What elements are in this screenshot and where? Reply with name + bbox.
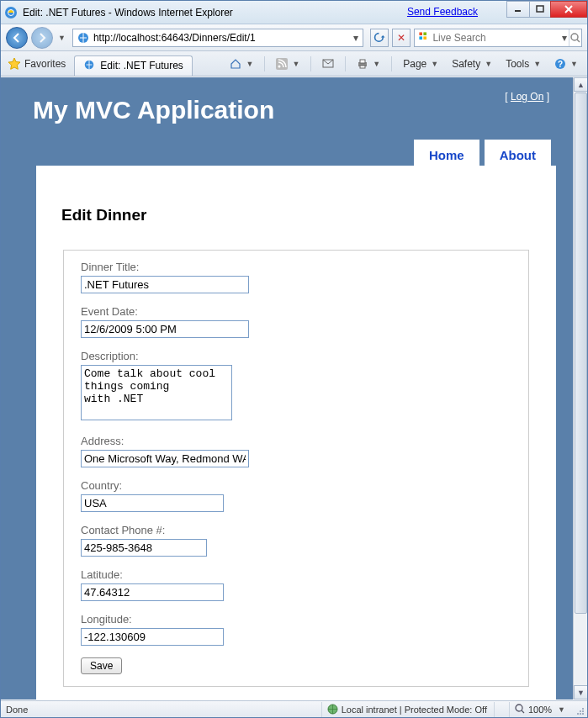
scroll-thumb[interactable] (575, 92, 587, 614)
safety-menu-label: Safety (452, 58, 480, 70)
safety-menu[interactable]: Safety ▼ (446, 55, 498, 73)
latitude-input[interactable] (81, 583, 224, 601)
tools-menu-label: Tools (506, 58, 529, 70)
date-label: Event Date: (81, 305, 511, 318)
statusbar: Done Local intranet | Protected Mode: Of… (1, 700, 587, 717)
svg-rect-6 (419, 32, 422, 35)
url-dropdown-icon[interactable]: ▾ (349, 32, 363, 44)
dinner-form: Dinner Title: Event Date: Description: C… (63, 250, 529, 687)
zoom-control[interactable]: 100% ▼ (509, 702, 570, 717)
page-menu-label: Page (403, 58, 426, 70)
svg-point-24 (582, 713, 584, 715)
page-favicon-icon (77, 31, 90, 45)
svg-point-22 (516, 705, 522, 711)
favorites-star-icon[interactable] (8, 57, 21, 71)
latitude-label: Latitude: (81, 568, 511, 581)
bracket: ] (543, 91, 549, 103)
feeds-button[interactable]: ▼ (270, 55, 305, 73)
page-content: [ Log On ] My MVC Application Home About… (18, 77, 556, 700)
chevron-down-icon: ▼ (431, 60, 438, 68)
mail-button[interactable] (316, 55, 340, 72)
search-provider-icon (418, 31, 427, 45)
stop-button[interactable]: ✕ (392, 29, 411, 47)
zone-label: Local intranet | Protected Mode: Off (342, 705, 487, 715)
chevron-down-icon: ▼ (373, 60, 380, 68)
forward-button[interactable] (31, 27, 53, 49)
print-button[interactable]: ▼ (351, 55, 386, 73)
tab-title: Edit: .NET Futures (100, 60, 183, 71)
search-input[interactable] (431, 31, 560, 45)
send-feedback-link[interactable]: Send Feedback (407, 6, 478, 18)
separator (264, 56, 265, 71)
status-zone[interactable]: Local intranet | Protected Mode: Off (321, 702, 492, 717)
minimize-button[interactable] (506, 1, 530, 18)
svg-text:?: ? (558, 60, 563, 69)
svg-rect-3 (537, 6, 543, 12)
svg-point-26 (577, 713, 579, 715)
title-input[interactable] (81, 276, 249, 293)
separator (391, 56, 392, 71)
date-input[interactable] (81, 320, 249, 338)
window-title: Edit: .NET Futures - Windows Internet Ex… (23, 7, 233, 18)
app-title: My MVC Application (18, 77, 556, 140)
scroll-down-button[interactable]: ▼ (574, 685, 587, 700)
save-button[interactable]: Save (81, 657, 122, 674)
country-label: Country: (81, 479, 511, 492)
scrollbar[interactable]: ▲ ▼ (573, 77, 587, 700)
help-button[interactable]: ? ▼ (548, 55, 584, 73)
search-go-button[interactable] (569, 29, 581, 46)
svg-line-23 (522, 710, 524, 713)
separator (310, 56, 311, 71)
address-bar[interactable]: ▾ (72, 29, 363, 47)
tab-favicon-icon (83, 59, 95, 73)
close-button[interactable] (550, 1, 587, 18)
zoom-value: 100% (528, 705, 552, 715)
maximize-button[interactable] (529, 1, 551, 18)
svg-rect-9 (423, 36, 426, 40)
phone-label: Contact Phone #: (81, 524, 511, 536)
svg-point-25 (580, 713, 581, 715)
page-heading: Edit Dinner (61, 206, 531, 224)
scroll-up-button[interactable]: ▲ (574, 77, 587, 92)
svg-point-29 (582, 708, 584, 710)
favorites-label[interactable]: Favorites (24, 58, 66, 70)
browser-tab[interactable]: Edit: .NET Futures (74, 55, 192, 76)
zoom-icon (515, 704, 525, 715)
longitude-label: Longitude: (81, 613, 511, 626)
longitude-input[interactable] (81, 628, 224, 646)
window-controls (507, 1, 587, 18)
chevron-down-icon: ▼ (558, 705, 565, 714)
description-label: Description: (81, 350, 511, 362)
description-textarea[interactable]: Come talk about cool things coming with … (81, 365, 232, 420)
resize-grip[interactable] (572, 703, 585, 716)
chevron-down-icon: ▼ (485, 60, 492, 68)
search-dropdown-icon[interactable]: ▾ (560, 32, 569, 44)
content-panel: Edit Dinner Dinner Title: Event Date: De… (36, 166, 556, 700)
ie-logo-icon (4, 6, 18, 19)
chevron-down-icon: ▼ (246, 60, 253, 68)
svg-point-28 (580, 710, 581, 712)
tools-menu[interactable]: Tools ▼ (500, 55, 547, 73)
logon-area: [ Log On ] (505, 91, 549, 103)
status-sep (494, 702, 507, 717)
chevron-down-icon: ▼ (570, 60, 578, 68)
logon-link[interactable]: Log On (511, 91, 543, 103)
address-input[interactable] (81, 450, 249, 467)
svg-rect-17 (360, 60, 365, 63)
chevron-down-icon: ▼ (292, 60, 299, 68)
phone-input[interactable] (81, 539, 207, 557)
page-menu[interactable]: Page ▼ (397, 55, 444, 73)
back-button[interactable] (6, 27, 28, 49)
command-bar: Favorites Edit: .NET Futures ▼ ▼ ▼ Page … (1, 51, 587, 77)
search-box[interactable]: ▾ (414, 29, 582, 47)
svg-rect-18 (360, 66, 365, 68)
country-input[interactable] (81, 494, 224, 512)
url-input[interactable] (93, 32, 349, 44)
svg-rect-7 (423, 32, 426, 35)
chevron-down-icon: ▼ (533, 60, 541, 68)
svg-point-10 (571, 34, 578, 40)
refresh-button[interactable] (370, 29, 389, 47)
home-button[interactable]: ▼ (224, 55, 259, 73)
history-dropdown-icon[interactable]: ▼ (58, 34, 66, 42)
svg-point-14 (278, 65, 281, 67)
